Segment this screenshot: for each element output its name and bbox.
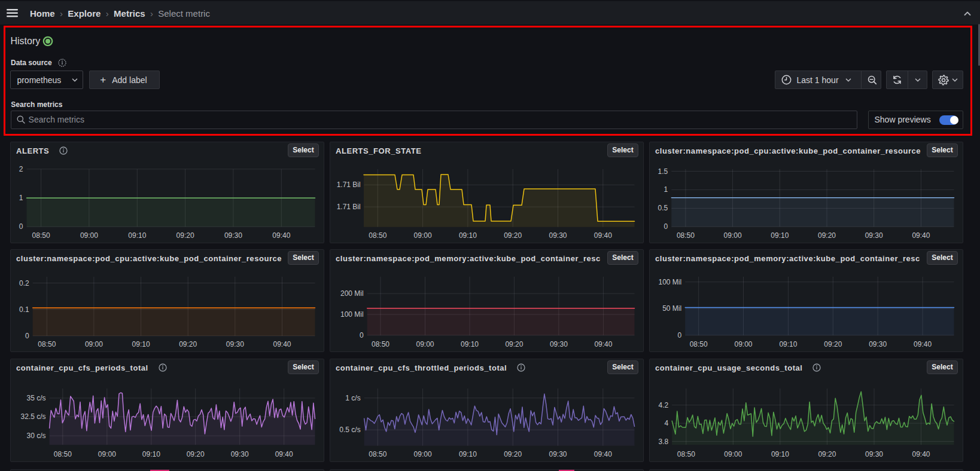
svg-text:0.2: 0.2 [19,279,29,287]
svg-text:09:30: 09:30 [231,450,249,458]
svg-text:0: 0 [25,331,29,340]
svg-text:09:40: 09:40 [273,340,291,348]
svg-text:08:50: 08:50 [32,231,50,239]
svg-text:09:40: 09:40 [594,450,612,458]
svg-text:09:10: 09:10 [771,231,789,239]
svg-text:0: 0 [664,222,668,231]
svg-text:09:20: 09:20 [505,340,523,348]
svg-text:50 Mil: 50 Mil [662,304,681,313]
svg-text:09:30: 09:30 [865,450,883,458]
svg-text:09:20: 09:20 [818,231,836,239]
svg-text:32.5 c/s: 32.5 c/s [21,412,46,421]
svg-text:09:20: 09:20 [818,450,836,458]
svg-text:4: 4 [665,419,669,427]
svg-text:1.71 Bil: 1.71 Bil [337,181,361,189]
svg-text:09:00: 09:00 [80,231,98,239]
svg-text:09:30: 09:30 [869,340,887,348]
svg-text:08:50: 08:50 [677,231,695,239]
svg-text:09:10: 09:10 [132,340,150,348]
svg-text:09:40: 09:40 [914,340,932,348]
svg-text:0: 0 [19,222,23,231]
svg-text:09:00: 09:00 [414,231,432,239]
svg-text:09:30: 09:30 [224,231,242,239]
svg-text:08:50: 08:50 [369,231,386,239]
svg-text:09:20: 09:20 [504,231,522,239]
svg-text:09:20: 09:20 [824,340,842,348]
svg-text:4.2: 4.2 [659,400,669,409]
svg-text:09:20: 09:20 [179,340,197,348]
svg-text:09:00: 09:00 [98,450,116,458]
svg-text:09:30: 09:30 [550,340,568,348]
svg-text:09:30: 09:30 [549,231,567,239]
svg-text:35 c/s: 35 c/s [27,394,46,402]
svg-text:08:50: 08:50 [54,450,72,458]
svg-text:08:50: 08:50 [690,340,708,348]
svg-text:09:00: 09:00 [416,340,434,348]
svg-text:100 Mil: 100 Mil [340,310,364,319]
svg-text:09:10: 09:10 [459,450,477,458]
svg-text:09:20: 09:20 [176,231,194,239]
svg-text:1.71 Bil: 1.71 Bil [337,203,361,211]
svg-text:0.5: 0.5 [658,204,668,212]
svg-text:1 c/s: 1 c/s [345,393,360,402]
svg-text:0: 0 [360,331,364,339]
svg-text:09:00: 09:00 [724,231,742,239]
svg-text:2: 2 [19,164,23,173]
svg-text:09:30: 09:30 [226,340,244,348]
svg-text:09:10: 09:10 [142,450,160,458]
svg-text:08:50: 08:50 [372,340,389,348]
svg-text:09:40: 09:40 [594,340,612,348]
svg-text:09:00: 09:00 [414,450,432,458]
svg-text:0.5 c/s: 0.5 c/s [339,426,360,434]
svg-text:09:40: 09:40 [912,450,930,458]
svg-text:09:40: 09:40 [275,450,293,458]
svg-text:08:50: 08:50 [369,450,386,458]
svg-text:09:00: 09:00 [724,450,742,458]
svg-text:1: 1 [19,194,23,202]
svg-text:09:00: 09:00 [734,340,752,348]
svg-text:3.8: 3.8 [659,437,669,445]
svg-text:09:30: 09:30 [549,450,567,458]
svg-text:09:40: 09:40 [912,231,930,239]
svg-text:09:30: 09:30 [865,231,883,239]
svg-text:09:40: 09:40 [272,231,290,239]
svg-text:09:40: 09:40 [594,231,612,239]
svg-text:08:50: 08:50 [38,340,56,348]
svg-text:1: 1 [664,185,668,194]
svg-text:30 c/s: 30 c/s [27,432,46,440]
svg-text:200 Mil: 200 Mil [340,289,364,298]
svg-text:09:00: 09:00 [85,340,103,348]
svg-text:08:50: 08:50 [677,450,695,458]
svg-text:09:10: 09:10 [128,231,146,239]
svg-text:100 Mil: 100 Mil [659,277,682,286]
svg-text:09:20: 09:20 [187,450,205,458]
svg-text:1.5: 1.5 [658,167,668,175]
svg-text:0: 0 [678,331,682,339]
svg-text:09:10: 09:10 [779,340,797,348]
svg-text:09:20: 09:20 [504,450,522,458]
svg-text:09:10: 09:10 [771,450,789,458]
svg-text:09:10: 09:10 [459,231,477,239]
svg-text:0.1: 0.1 [19,305,29,313]
svg-text:09:10: 09:10 [461,340,479,348]
